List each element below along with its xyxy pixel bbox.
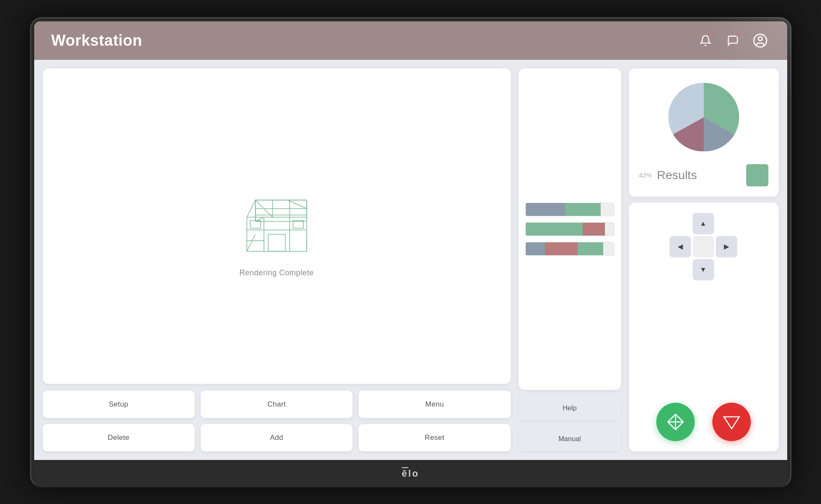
results-label: Results xyxy=(657,168,741,182)
bar-track-2 xyxy=(525,222,614,236)
header: Workstation xyxy=(34,21,787,60)
render-label: Rendering Complete xyxy=(239,268,314,277)
svg-line-4 xyxy=(247,200,255,217)
triangle-down-icon xyxy=(722,413,741,431)
svg-point-1 xyxy=(758,37,762,41)
red-action-button[interactable] xyxy=(712,403,751,441)
controls-card: ▲ ◀ ▶ ▼ xyxy=(629,203,779,451)
user-icon xyxy=(753,33,768,48)
results-row: 42% Results xyxy=(639,164,768,186)
dpad-empty-tl xyxy=(670,213,691,234)
page-title: Workstation xyxy=(51,32,142,50)
dpad-empty-tr xyxy=(716,213,737,234)
main-content: Rendering Complete Setup Chart Menu Dele… xyxy=(34,60,787,460)
elo-logo: ēlo xyxy=(402,468,419,479)
middle-panel: Help Manual xyxy=(519,68,621,451)
dpad-up-button[interactable]: ▲ xyxy=(693,213,714,234)
green-action-button[interactable] xyxy=(656,403,695,441)
dpad: ▲ ◀ ▶ ▼ xyxy=(670,213,738,281)
bar-row-1 xyxy=(525,203,614,216)
left-panel: Rendering Complete Setup Chart Menu Dele… xyxy=(43,68,511,451)
action-circles xyxy=(639,403,768,441)
header-icons xyxy=(696,31,770,50)
results-percentage: 42% xyxy=(639,171,652,179)
svg-line-23 xyxy=(287,200,307,209)
screen: Workstation xyxy=(34,21,787,460)
dpad-empty-bl xyxy=(670,259,691,280)
notification-dot xyxy=(708,32,713,37)
dpad-center xyxy=(693,236,714,257)
chat-button[interactable] xyxy=(723,31,743,50)
reset-button[interactable]: Reset xyxy=(359,424,510,451)
render-card: Rendering Complete xyxy=(43,68,511,384)
chat-notification-dot xyxy=(736,32,740,37)
building-wireframe xyxy=(221,174,332,260)
bar-track-3 xyxy=(525,242,614,256)
chart-button[interactable]: Chart xyxy=(201,391,353,418)
add-button[interactable]: Add xyxy=(201,424,353,451)
svg-marker-27 xyxy=(724,417,739,429)
menu-button[interactable]: Menu xyxy=(359,391,510,418)
delete-button[interactable]: Delete xyxy=(43,424,195,451)
help-button[interactable]: Help xyxy=(519,396,621,421)
dpad-down-button[interactable]: ▼ xyxy=(693,259,714,280)
bezel-bottom: ēlo xyxy=(34,460,787,487)
dpad-empty-br xyxy=(716,259,737,280)
monitor: Workstation xyxy=(30,17,791,487)
bar-row-2 xyxy=(525,222,614,236)
right-panel: 42% Results ▲ ◀ xyxy=(629,68,779,451)
dpad-right-button[interactable]: ▶ xyxy=(716,236,737,257)
svg-line-6 xyxy=(247,234,255,251)
svg-rect-3 xyxy=(255,200,307,221)
action-buttons-grid: Setup Chart Menu Delete Add Reset xyxy=(43,391,511,451)
svg-rect-18 xyxy=(268,234,285,251)
bar-chart-card xyxy=(519,68,621,390)
user-button[interactable] xyxy=(750,31,770,50)
manual-button[interactable]: Manual xyxy=(519,427,621,451)
diamond-icon xyxy=(666,413,685,431)
pie-chart-svg xyxy=(665,79,742,156)
bell-button[interactable] xyxy=(696,31,715,50)
bar-track-1 xyxy=(525,203,614,216)
results-card: 42% Results xyxy=(629,68,779,197)
setup-button[interactable]: Setup xyxy=(43,391,195,418)
results-swatch xyxy=(746,164,768,186)
pie-chart xyxy=(665,79,742,156)
dpad-left-button[interactable]: ◀ xyxy=(670,236,691,257)
bar-row-3 xyxy=(525,242,614,256)
